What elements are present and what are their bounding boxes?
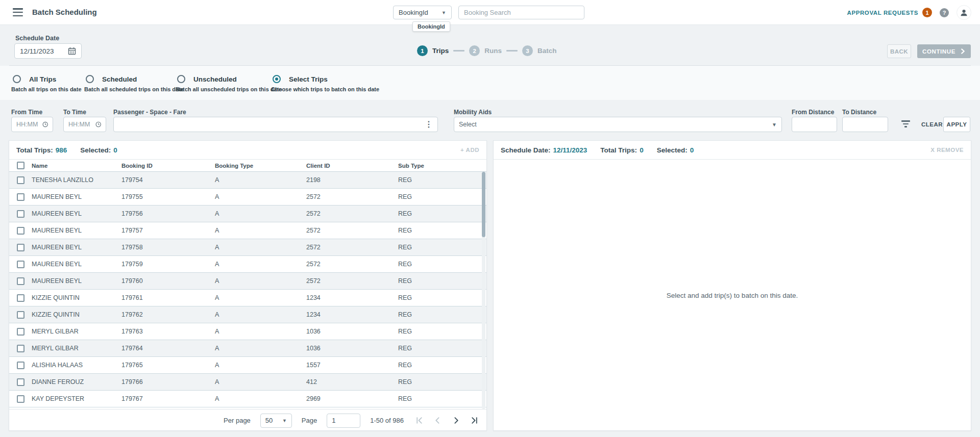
cell-client-id: 2969 (306, 395, 398, 402)
page-input[interactable] (327, 414, 360, 428)
cell-name: MAUREEN BEYL (32, 244, 121, 251)
apply-button[interactable]: APPLY (943, 117, 970, 132)
table-row[interactable]: MAUREEN BEYL 179757 A 2572 REG (9, 222, 486, 239)
from-distance-label: From Distance (792, 109, 834, 116)
cell-sub-type: REG (398, 261, 486, 268)
cell-client-id: 412 (306, 378, 398, 385)
row-checkbox[interactable] (17, 395, 24, 403)
from-distance-field[interactable] (792, 117, 837, 132)
help-icon[interactable]: ? (940, 8, 949, 17)
step-trips-label: Trips (432, 47, 449, 55)
row-checkbox[interactable] (17, 328, 24, 336)
row-checkbox[interactable] (17, 311, 24, 319)
radio-icon[interactable] (177, 75, 185, 83)
select-all-checkbox[interactable] (17, 162, 24, 169)
page-label: Page (302, 417, 317, 424)
cell-booking-id: 179754 (121, 176, 215, 184)
from-time-input[interactable] (16, 121, 42, 128)
row-checkbox[interactable] (17, 244, 24, 251)
cell-booking-type: A (215, 294, 306, 301)
table-row[interactable]: MAUREEN BEYL 179760 A 2572 REG (9, 273, 486, 290)
table-row[interactable]: DIANNE FEROUZ 179766 A 412 REG (9, 374, 486, 391)
user-avatar[interactable] (957, 5, 971, 20)
schedule-date-input[interactable]: 12/11/2023 (14, 43, 82, 59)
next-page-icon[interactable] (452, 417, 460, 424)
cell-client-id: 2572 (306, 277, 398, 285)
continue-button[interactable]: CONTINUE (917, 44, 971, 58)
back-button[interactable]: BACK (887, 44, 911, 58)
menu-icon[interactable] (13, 8, 23, 16)
step-trips[interactable]: 1 Trips (417, 45, 449, 56)
trip-mode-band: All Trips Batch all trips on this date S… (0, 66, 980, 100)
row-checkbox[interactable] (17, 378, 24, 386)
approval-requests-button[interactable]: APPROVAL REQUESTS 1 (847, 8, 933, 17)
cell-client-id: 2572 (306, 227, 398, 234)
step-batch[interactable]: 3 Batch (522, 45, 557, 56)
filter-icon[interactable] (901, 120, 910, 127)
selected-value: 0 (113, 146, 117, 154)
table-row[interactable]: KIZZIE QUINTIN 179762 A 1234 REG (9, 306, 486, 323)
add-button[interactable]: + ADD (460, 147, 479, 153)
to-time-field[interactable] (63, 117, 106, 132)
cell-client-id: 1234 (306, 294, 398, 301)
last-page-icon[interactable] (471, 417, 478, 424)
step-runs[interactable]: 2 Runs (469, 45, 502, 56)
from-time-field[interactable] (11, 117, 53, 132)
row-checkbox[interactable] (17, 345, 24, 352)
row-checkbox[interactable] (17, 210, 24, 218)
kebab-menu-icon[interactable]: ⋮ (425, 120, 433, 128)
table-scrollbar-thumb[interactable] (482, 172, 485, 237)
from-distance-input[interactable] (797, 121, 832, 128)
radio-description: Choose which trips to batch on this date (271, 86, 379, 92)
mobility-aids-select[interactable]: Select ▼ (454, 117, 782, 132)
table-row[interactable]: MAUREEN BEYL 179759 A 2572 REG (9, 256, 486, 273)
table-row[interactable]: MERYL GILBAR 179764 A 1036 REG (9, 340, 486, 357)
table-row[interactable]: KAY DEPEYSTER 179767 A 2969 REG (9, 391, 486, 407)
radio-label: All Trips (29, 75, 56, 83)
clear-button[interactable]: CLEAR (921, 121, 943, 127)
row-checkbox[interactable] (17, 277, 24, 285)
row-checkbox[interactable] (17, 294, 24, 302)
cell-name: MERYL GILBAR (32, 345, 121, 352)
cell-sub-type: REG (398, 294, 486, 301)
to-distance-input[interactable] (847, 121, 883, 128)
radio-scheduled[interactable]: Scheduled Batch all scheduled trips on t… (84, 75, 184, 92)
row-checkbox[interactable] (17, 362, 24, 369)
table-row[interactable]: ALISHIA HALAAS 179765 A 1557 REG (9, 357, 486, 374)
radio-icon[interactable] (86, 75, 94, 83)
radio-select-trips[interactable]: Select Trips Choose which trips to batch… (271, 75, 379, 92)
to-distance-field[interactable] (842, 117, 888, 132)
table-row[interactable]: KIZZIE QUINTIN 179761 A 1234 REG (9, 290, 486, 306)
search-type-select[interactable]: BookingId ▼ (393, 6, 452, 19)
passenger-space-fare-field[interactable]: ⋮ (113, 117, 438, 132)
page-title: Batch Scheduling (32, 8, 97, 16)
row-checkbox[interactable] (17, 193, 24, 201)
table-row[interactable]: MAUREEN BEYL 179755 A 2572 REG (9, 189, 486, 205)
to-time-input[interactable] (68, 121, 95, 128)
row-checkbox[interactable] (17, 176, 24, 184)
passenger-space-fare-input[interactable] (118, 121, 425, 128)
trips-table-body: TENESHA LANZILLO 179754 A 2198 REG MAURE… (9, 172, 486, 409)
cell-booking-id: 179762 (121, 311, 215, 318)
radio-icon-selected[interactable] (273, 75, 281, 83)
per-page-select[interactable]: 50 ▼ (260, 414, 292, 428)
batch-total-trips-stat: Total Trips: 0 (600, 146, 643, 154)
cell-booking-id: 179765 (121, 362, 215, 369)
radio-all-trips[interactable]: All Trips Batch all trips on this date (11, 75, 82, 92)
table-row[interactable]: MERYL GILBAR 179763 A 1036 REG (9, 323, 486, 340)
cell-booking-id: 179761 (121, 294, 215, 301)
table-row[interactable]: TENESHA LANZILLO 179754 A 2198 REG (9, 172, 486, 189)
first-page-icon[interactable] (415, 417, 423, 424)
trips-table-header: Name Booking ID Booking Type Client ID S… (9, 160, 486, 172)
batch-total-trips-value: 0 (640, 146, 644, 154)
table-row[interactable]: MAUREEN BEYL 179756 A 2572 REG (9, 205, 486, 222)
booking-search-input[interactable] (458, 6, 584, 19)
radio-unscheduled[interactable]: Unscheduled Batch all unscheduled trips … (176, 75, 282, 92)
table-row[interactable]: MAUREEN BEYL 179758 A 2572 REG (9, 239, 486, 256)
row-checkbox[interactable] (17, 261, 24, 268)
mobility-aids-value: Select (459, 121, 477, 128)
radio-icon[interactable] (13, 75, 21, 83)
remove-button[interactable]: X REMOVE (930, 147, 964, 153)
row-checkbox[interactable] (17, 227, 24, 235)
previous-page-icon[interactable] (434, 417, 442, 424)
